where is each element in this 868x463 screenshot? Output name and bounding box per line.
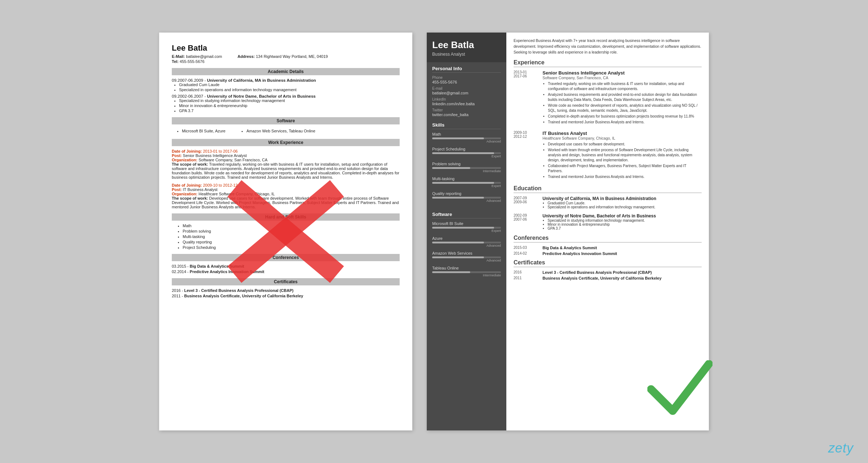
right-title: Business Analyst — [432, 52, 501, 57]
software-title: Software — [432, 212, 501, 218]
skill-project-scheduling: Project Scheduling Expert — [432, 147, 501, 158]
left-conf-2: 02.2014 - Predictive Analytics Innovatio… — [172, 269, 400, 274]
left-cert-2: 2011 - Business Analysis Certificate, Un… — [172, 294, 400, 298]
left-software-list: Microsoft BI Suite, Azure Amazon Web Ser… — [172, 127, 400, 135]
resume-left: Lee Batla E-Mail: batlalee@gmail.com Add… — [159, 33, 412, 430]
left-edu-1: 09.2007-06.2009 - University of Californ… — [172, 78, 400, 92]
edu-right-1: 2007-09 2009-06 University of California… — [514, 196, 702, 209]
phone-value: 455-555-5676 — [432, 80, 501, 84]
sw-bi-suite: Microsoft BI Suite Expert — [432, 221, 501, 233]
experience-title: Experience — [514, 59, 702, 67]
left-edu-2: 09.2002-06.2007 - University of Notre Da… — [172, 94, 400, 113]
left-conf-1: 03.2015 - Big Data & Analytics Summit — [172, 264, 400, 268]
sidebar-software: Software Microsoft BI Suite Expert Azure… — [427, 208, 506, 283]
left-work-1: Date of Joining: 2013-01 to 2017-06 Post… — [172, 149, 400, 179]
resume-right: Lee Batla Business Analyst Personal Info… — [427, 33, 709, 430]
exp-2: 2009-10 2012-12 IT Business Analyst Heal… — [514, 131, 702, 180]
linkedin-label: LinkedIn — [432, 97, 501, 101]
cert-right-1: 2016 Level 3 - Certified Business Analys… — [514, 270, 702, 275]
sw-azure: Azure Advanced — [432, 236, 501, 247]
left-skills-list: Math Problem solving Multi-tasking Quali… — [172, 224, 400, 250]
linkedin-value: linkedin.com/in/lee.balta — [432, 102, 501, 106]
skill-math: Math Advanced — [432, 132, 501, 143]
twitter-label: Twitter — [432, 108, 501, 112]
sidebar: Lee Batla Business Analyst Personal Info… — [427, 33, 506, 430]
personal-info-title: Personal Info — [432, 66, 501, 73]
skill-multitasking: Multi-tasking Expert — [432, 177, 501, 188]
sidebar-name-section: Lee Batla Business Analyst — [427, 33, 506, 62]
sw-aws: Amazon Web Services Advanced — [432, 251, 501, 262]
left-work-2: Date of Joining: 2009-10 to 2012-12 Post… — [172, 183, 400, 209]
education-title: Education — [514, 185, 702, 193]
left-work-header: Work Experience — [172, 139, 400, 146]
left-academic-header: Academic Details — [172, 68, 400, 75]
right-main: Experienced Business Analyst with 7+ yea… — [506, 33, 709, 430]
sw-tableau: Tableau Online Intermediate — [432, 266, 501, 277]
left-cert-header: Certificates — [172, 278, 400, 285]
skill-quality-reporting: Quality reporting Advanced — [432, 191, 501, 203]
left-conf-header: Conferences — [172, 254, 400, 261]
certificates-title: Certificates — [514, 259, 702, 267]
left-email-line: E-Mail: batlalee@gmail.com Address: 134 … — [172, 54, 400, 59]
email-value: batlalee@gmail.com — [432, 91, 501, 95]
cert-right-2: 2011 Business Analysis Certificate, Univ… — [514, 276, 702, 280]
phone-label: Phone — [432, 76, 501, 80]
twitter-value: twitter.com/lee_balta — [432, 112, 501, 117]
left-cert-1: 2016 - Level 3 - Certified Business Anal… — [172, 288, 400, 293]
email-label: E-mail — [432, 86, 501, 90]
sidebar-personal: Personal Info Phone 455-555-5676 E-mail … — [427, 62, 506, 119]
exp-1: 2013-01 2017-06 Senior Business Intellig… — [514, 70, 702, 126]
summary: Experienced Business Analyst with 7+ yea… — [514, 38, 702, 55]
right-name: Lee Batla — [432, 40, 501, 50]
left-software-header: Software — [172, 117, 400, 124]
conf-right-1: 2015-03 Big Data & Analytics Summit — [514, 246, 702, 250]
skills-title: Skills — [432, 122, 501, 129]
left-skills-header: Hard and Soft Skills — [172, 213, 400, 221]
left-tel-line: Tel: 455-555-5676 — [172, 59, 400, 64]
skill-problem-solving: Problem solving Intermediate — [432, 162, 501, 173]
edu-right-2: 2002-09 2007-06 University of Notre Dame… — [514, 213, 702, 230]
conferences-title: Conferences — [514, 235, 702, 243]
conf-right-2: 2014-02 Predictive Analytics Innovation … — [514, 251, 702, 256]
left-name: Lee Batla — [172, 43, 400, 53]
sidebar-skills: Skills Math Advanced Project Scheduling … — [427, 119, 506, 208]
zety-logo: zety — [828, 441, 854, 456]
